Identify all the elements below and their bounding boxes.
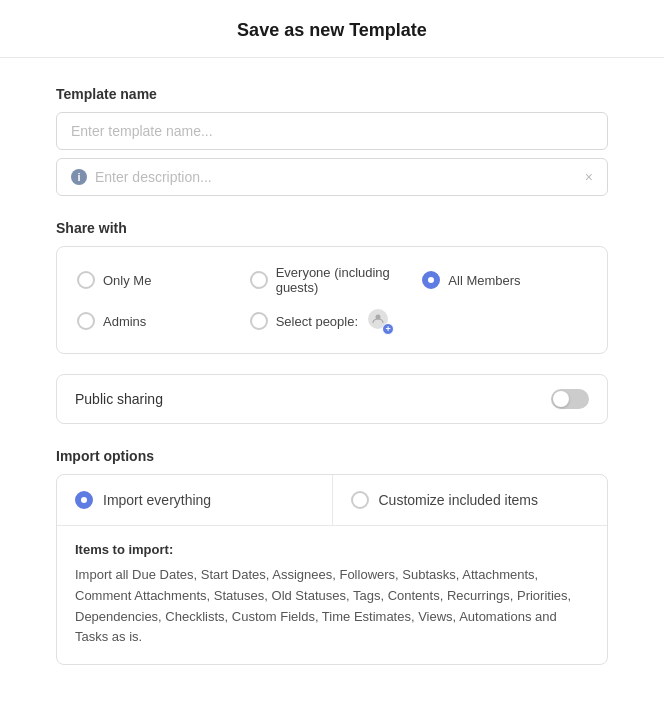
radio-everyone[interactable]: [250, 271, 268, 289]
add-person-badge: +: [382, 323, 394, 335]
share-option-only-me[interactable]: Only Me: [77, 265, 242, 295]
template-name-input[interactable]: [56, 112, 608, 150]
description-placeholder-text: Enter description...: [95, 169, 577, 185]
import-everything-option[interactable]: Import everything: [57, 475, 333, 525]
share-with-section: Share with Only Me Everyone (including g…: [56, 220, 608, 354]
radio-customize-items[interactable]: [351, 491, 369, 509]
import-options-container: Import everything Customize included ite…: [56, 474, 608, 665]
template-name-label: Template name: [56, 86, 608, 102]
radio-label-admins: Admins: [103, 314, 146, 329]
items-to-import-text: Import all Due Dates, Start Dates, Assig…: [75, 565, 589, 648]
radio-all-members[interactable]: [422, 271, 440, 289]
radio-label-select-people: Select people:: [276, 314, 358, 329]
share-with-label: Share with: [56, 220, 608, 236]
radio-label-only-me: Only Me: [103, 273, 151, 288]
radio-import-everything[interactable]: [75, 491, 93, 509]
clear-description-icon[interactable]: ×: [585, 169, 593, 185]
radio-label-everyone: Everyone (including guests): [276, 265, 415, 295]
radio-admins[interactable]: [77, 312, 95, 330]
import-everything-label: Import everything: [103, 492, 211, 508]
import-options-label: Import options: [56, 448, 608, 464]
items-to-import-label: Items to import:: [75, 542, 589, 557]
customize-items-label: Customize included items: [379, 492, 539, 508]
info-icon: i: [71, 169, 87, 185]
modal-header: Save as new Template: [0, 0, 664, 58]
share-option-everyone[interactable]: Everyone (including guests): [250, 265, 415, 295]
public-sharing-box: Public sharing: [56, 374, 608, 424]
radio-select-people[interactable]: [250, 312, 268, 330]
radio-grid: Only Me Everyone (including guests) All …: [77, 265, 587, 335]
import-top: Import everything Customize included ite…: [57, 475, 607, 526]
radio-label-all-members: All Members: [448, 273, 520, 288]
add-people-avatar[interactable]: +: [366, 307, 394, 335]
import-details: Items to import: Import all Due Dates, S…: [57, 526, 607, 664]
modal: Save as new Template Template name i Ent…: [0, 0, 664, 704]
template-name-section: Template name i Enter description... ×: [56, 86, 608, 196]
import-section: Import options Import everything Customi…: [56, 448, 608, 665]
customize-items-option[interactable]: Customize included items: [333, 475, 608, 525]
public-sharing-toggle[interactable]: [551, 389, 589, 409]
share-option-admins[interactable]: Admins: [77, 307, 242, 335]
description-row: i Enter description... ×: [56, 158, 608, 196]
modal-title: Save as new Template: [0, 20, 664, 41]
share-option-all-members[interactable]: All Members: [422, 265, 587, 295]
radio-only-me[interactable]: [77, 271, 95, 289]
public-sharing-label: Public sharing: [75, 391, 163, 407]
share-options-box: Only Me Everyone (including guests) All …: [56, 246, 608, 354]
modal-body: Template name i Enter description... × S…: [0, 58, 664, 697]
share-option-select-people[interactable]: Select people: +: [250, 307, 415, 335]
